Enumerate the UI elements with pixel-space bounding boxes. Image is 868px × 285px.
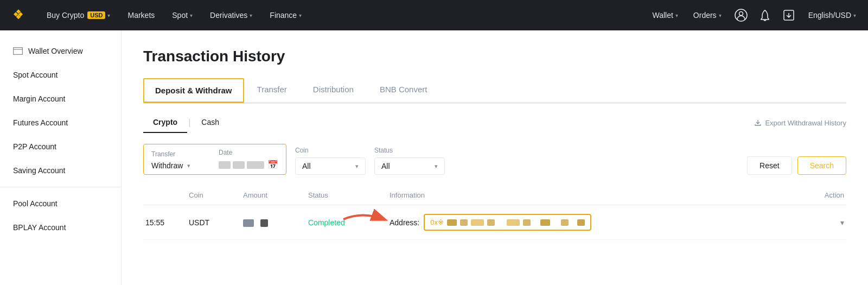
row-action[interactable]: ▾ — [738, 218, 846, 227]
amount-block-wide — [243, 219, 254, 227]
address-box: 0x※ — [424, 214, 591, 231]
tab-distribution[interactable]: Distribution — [300, 78, 367, 103]
usd-badge: USD — [87, 11, 105, 19]
sub-tab-crypto[interactable]: Crypto — [143, 112, 187, 133]
transfer-select[interactable]: Withdraw ▾ — [151, 161, 206, 170]
row-amount — [241, 218, 306, 226]
date-label: Date — [219, 149, 278, 156]
addr-b9 — [577, 219, 585, 226]
date-block-3 — [247, 161, 264, 169]
nav-buy-crypto[interactable]: Buy Crypto USD ▾ — [43, 9, 113, 22]
sidebar-item-saving-account[interactable]: Saving Account — [0, 159, 121, 182]
amount-block-small — [260, 219, 268, 227]
col-information: Information — [387, 191, 738, 199]
address-label: Address: — [390, 218, 419, 227]
profile-icon[interactable] — [733, 8, 749, 23]
logo[interactable] — [9, 5, 28, 25]
arrow-indicator — [341, 208, 390, 232]
nav-derivatives[interactable]: Derivatives ▾ — [207, 9, 256, 22]
sub-tabs-left: Crypto | Cash — [143, 112, 229, 133]
coin-filter: Coin All ▾ — [295, 147, 366, 175]
notifications-icon[interactable] — [757, 8, 773, 23]
orders-chevron: ▾ — [719, 12, 722, 18]
sidebar-divider — [0, 187, 121, 187]
tabs-wrapper: Deposit & Withdraw Transfer Distribution… — [143, 78, 846, 104]
col-status: Status — [306, 191, 387, 199]
sub-tabs-row: Crypto | Cash Export Withdrawal History — [143, 112, 846, 133]
nav-wallet[interactable]: Wallet ▾ — [649, 9, 681, 22]
addr-b8 — [561, 219, 569, 226]
sidebar-item-wallet-overview[interactable]: Wallet Overview — [0, 39, 121, 63]
nav-right: Wallet ▾ Orders ▾ Eng — [649, 8, 859, 23]
date-block-2 — [233, 161, 245, 169]
svg-point-2 — [739, 12, 743, 16]
sub-tab-divider: | — [187, 112, 192, 133]
date-filter: Date 📅 — [219, 149, 278, 170]
transfer-date-filter-group: Transfer Withdraw ▾ Date 📅 — [143, 144, 286, 175]
nav-markets[interactable]: Markets — [124, 9, 158, 22]
page-title: Transaction History — [143, 48, 846, 65]
sidebar-item-bplay-account[interactable]: BPLAY Account — [0, 216, 121, 239]
coin-label: Coin — [295, 147, 366, 154]
addr-b1 — [447, 219, 457, 226]
nav-locale[interactable]: English/USD ▾ — [805, 9, 859, 22]
coin-chevron-icon: ▾ — [355, 163, 359, 170]
status-select[interactable]: All ▾ — [374, 157, 445, 175]
addr-b3 — [471, 219, 484, 226]
row-information: Address: 0x※ — [387, 214, 738, 231]
date-placeholder[interactable] — [219, 161, 264, 169]
sidebar-item-margin-account[interactable]: Margin Account — [0, 87, 121, 111]
sub-tab-cash[interactable]: Cash — [192, 112, 229, 133]
download-icon[interactable] — [781, 8, 796, 23]
main-content: Transaction History Deposit & Withdraw T… — [122, 30, 868, 285]
status-filter: Status All ▾ — [374, 147, 445, 175]
svg-rect-4 — [14, 48, 23, 55]
col-action: Action — [738, 191, 846, 199]
addr-b2 — [460, 219, 468, 226]
status-label: Status — [374, 147, 445, 154]
status-chevron-icon: ▾ — [435, 163, 438, 170]
nav-orders[interactable]: Orders ▾ — [690, 9, 725, 22]
table-header: Coin Amount Status Information Action — [143, 186, 846, 205]
addr-b5 — [507, 219, 520, 226]
addr-b7 — [540, 219, 550, 226]
spot-chevron: ▾ — [190, 12, 193, 18]
calendar-icon[interactable]: 📅 — [267, 160, 278, 170]
nav-spot[interactable]: Spot ▾ — [169, 9, 196, 22]
search-button[interactable]: Search — [797, 156, 846, 175]
wallet-chevron: ▾ — [675, 12, 678, 18]
tab-bnb-convert[interactable]: BNB Convert — [367, 78, 441, 103]
tab-transfer[interactable]: Transfer — [244, 78, 300, 103]
app-layout: Wallet Overview Spot Account Margin Acco… — [0, 30, 868, 285]
sidebar-item-futures-account[interactable]: Futures Account — [0, 111, 121, 135]
sidebar-item-p2p-account[interactable]: P2P Account — [0, 135, 121, 159]
locale-chevron: ▾ — [853, 12, 856, 18]
col-amount: Amount — [241, 191, 306, 199]
col-coin: Coin — [187, 191, 241, 199]
derivatives-chevron: ▾ — [250, 12, 252, 18]
addr-b4 — [487, 219, 495, 226]
coin-select[interactable]: All ▾ — [295, 157, 366, 175]
sidebar-item-spot-account[interactable]: Spot Account — [0, 63, 121, 87]
filters-row: Transfer Withdraw ▾ Date 📅 — [143, 144, 846, 175]
sidebar-item-pool-account[interactable]: Pool Account — [0, 192, 121, 216]
row-time: 15:55 — [143, 218, 187, 227]
transfer-label: Transfer — [151, 150, 206, 158]
nav-finance[interactable]: Finance ▾ — [266, 9, 305, 22]
tab-deposit-withdraw[interactable]: Deposit & Withdraw — [143, 78, 244, 103]
reset-button[interactable]: Reset — [747, 156, 792, 175]
buy-crypto-chevron: ▾ — [107, 12, 110, 18]
addr-b6 — [523, 219, 531, 226]
filter-actions: Reset Search — [747, 156, 846, 175]
date-block-1 — [219, 161, 231, 169]
col-time — [143, 191, 187, 199]
table-row: 15:55 USDT Completed — [143, 205, 846, 240]
sidebar: Wallet Overview Spot Account Margin Acco… — [0, 30, 122, 285]
transfer-chevron-icon: ▾ — [187, 162, 190, 169]
transfer-filter: Transfer Withdraw ▾ — [151, 150, 206, 170]
export-withdrawal-history-btn[interactable]: Export Withdrawal History — [754, 119, 846, 127]
action-chevron-icon[interactable]: ▾ — [840, 218, 844, 227]
row-coin: USDT — [187, 218, 241, 227]
topnav: Buy Crypto USD ▾ Markets Spot ▾ Derivati… — [0, 0, 868, 30]
finance-chevron: ▾ — [299, 12, 302, 18]
